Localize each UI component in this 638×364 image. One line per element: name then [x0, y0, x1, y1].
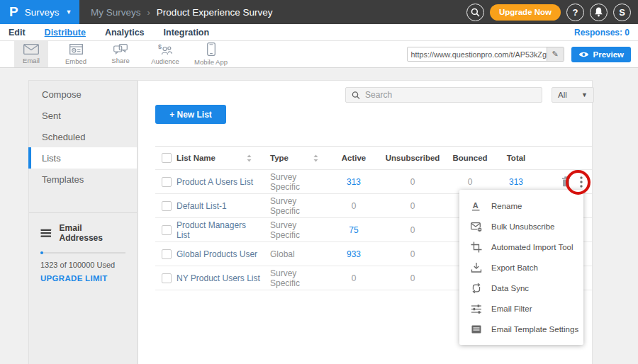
sidebar-item-sent[interactable]: Sent [29, 105, 137, 126]
topbar-actions: Upgrade Now ? S [466, 4, 638, 21]
row-checkbox[interactable] [162, 201, 172, 211]
responses-count[interactable]: Responses: 0 [574, 28, 629, 38]
breadcrumb-my-surveys[interactable]: My Surveys [91, 7, 141, 18]
breadcrumb-current-survey: Product Experience Survey [157, 7, 273, 18]
active-count: 0 [327, 201, 381, 211]
edit-url-button[interactable]: ✎ [547, 47, 564, 61]
upgrade-now-button[interactable]: Upgrade Now [490, 4, 561, 21]
channel-share[interactable]: Share [103, 41, 138, 67]
usage-progress-fill [40, 251, 43, 254]
email-icon [23, 44, 39, 55]
row-more-actions-button[interactable] [580, 176, 583, 188]
email-addresses-title: Email Addresses [60, 223, 125, 243]
survey-section-nav: Edit Distribute Analytics Integration Re… [0, 24, 638, 41]
svg-text:A: A [473, 201, 478, 210]
list-name-link[interactable]: Default List-1 [177, 201, 260, 211]
tab-integration[interactable]: Integration [164, 28, 210, 38]
sidebar-item-templates[interactable]: Templates [29, 169, 137, 190]
sidebar-item-lists[interactable]: Lists [29, 147, 137, 169]
channel-label: Audience [151, 57, 179, 65]
audience-icon: $ [158, 43, 172, 55]
unsubscribed-count: 0 [381, 177, 444, 187]
list-name-link[interactable]: Product A Users List [177, 177, 260, 187]
list-name-link[interactable]: NY Product Users List [177, 273, 260, 283]
menu-item-email-template-settings[interactable]: Email Template Settings [459, 319, 583, 339]
active-count[interactable]: 75 [327, 225, 381, 235]
row-checkbox[interactable] [162, 249, 172, 259]
table-header-row: List Name Type Active Unsubscribed Bounc… [155, 146, 592, 170]
menu-item-export-batch[interactable]: Export Batch [459, 257, 583, 278]
upgrade-limit-link[interactable]: UPGRADE LIMIT [40, 274, 125, 283]
bounced-count: 0 [444, 177, 496, 187]
list-type: Survey Specific [260, 196, 327, 216]
channel-email[interactable]: Email [14, 41, 48, 67]
channel-audience[interactable]: $ Audience [148, 41, 182, 67]
help-button[interactable]: ? [566, 4, 584, 21]
list-search-box[interactable] [345, 87, 542, 103]
search-icon [471, 8, 480, 17]
channel-label: Email [23, 57, 40, 64]
row-checkbox[interactable] [162, 225, 172, 235]
email-filter-icon [471, 303, 482, 314]
pencil-icon: ✎ [552, 50, 558, 59]
sidebar-item-scheduled[interactable]: Scheduled [29, 126, 137, 147]
user-avatar[interactable]: S [613, 4, 631, 21]
list-name-link[interactable]: Global Products User [177, 249, 260, 259]
list-filter-dropdown[interactable]: All ▼ [552, 87, 594, 103]
tab-analytics[interactable]: Analytics [105, 28, 145, 38]
row-checkbox[interactable] [162, 177, 172, 187]
channel-embed[interactable]: Embed [59, 41, 93, 67]
menu-item-bulk-unsubscribe[interactable]: Bulk Unsubscribe [459, 216, 583, 237]
select-all-checkbox[interactable] [162, 153, 172, 163]
distribute-toolbar: Email Embed Share $ Audience Mobile App … [0, 41, 638, 68]
breadcrumb-separator-icon: › [147, 7, 150, 18]
menu-item-label: Data Sync [491, 284, 529, 292]
global-search-button[interactable] [466, 4, 484, 21]
menu-item-email-filter[interactable]: Email Filter [459, 298, 583, 319]
surveys-app-menu[interactable]: P Surveys ▼ [0, 0, 79, 24]
unsubscribed-count: 0 [381, 225, 444, 235]
column-total: Total [496, 154, 537, 162]
mobile-app-icon [207, 42, 216, 56]
channel-label: Share [111, 57, 129, 64]
questionpro-logo-icon: P [9, 4, 18, 20]
list-stack-icon [40, 229, 52, 238]
channel-label: Mobile App [194, 58, 228, 66]
menu-item-rename[interactable]: A Rename [459, 195, 583, 216]
menu-item-data-sync[interactable]: Data Sync [459, 278, 583, 298]
email-template-settings-icon [471, 324, 482, 335]
search-input[interactable] [365, 90, 536, 100]
bulk-unsubscribe-icon [471, 221, 482, 232]
new-list-button[interactable]: + New List [155, 105, 226, 124]
sort-icon[interactable] [247, 154, 252, 162]
list-type: Global [260, 249, 327, 259]
notifications-button[interactable] [590, 4, 608, 21]
menu-item-label: Email Filter [491, 305, 532, 313]
active-count[interactable]: 933 [327, 249, 381, 259]
survey-url-field[interactable]: https://www.questionpro.com/t/AP53kZgfo … [407, 47, 564, 62]
total-count[interactable]: 313 [496, 177, 537, 187]
sort-icon[interactable] [313, 154, 318, 162]
menu-item-label: Automated Import Tool [491, 243, 573, 251]
active-count[interactable]: 313 [327, 177, 381, 187]
tab-distribute[interactable]: Distribute [45, 28, 86, 38]
delete-list-button[interactable] [561, 176, 571, 187]
list-name-link[interactable]: Product Managers List [177, 220, 260, 240]
unsubscribed-count: 0 [381, 201, 444, 211]
tab-edit[interactable]: Edit [9, 28, 26, 38]
svg-text:$: $ [158, 43, 162, 50]
channel-mobile-app[interactable]: Mobile App [193, 41, 229, 67]
sidebar-item-compose[interactable]: Compose [29, 84, 137, 105]
column-bounced: Bounced [444, 154, 496, 162]
menu-item-label: Rename [491, 202, 522, 210]
row-checkbox[interactable] [162, 273, 172, 283]
search-icon [352, 91, 360, 100]
kebab-menu-icon [580, 176, 583, 188]
email-sidebar: Compose Sent Scheduled Lists Templates E… [28, 80, 138, 364]
survey-url-area: https://www.questionpro.com/t/AP53kZgfo … [407, 47, 631, 62]
menu-item-automated-import-tool[interactable]: Automated Import Tool [459, 237, 583, 257]
survey-url-text: https://www.questionpro.com/t/AP53kZgfo [408, 50, 547, 59]
column-unsubscribed: Unsubscribed [381, 154, 444, 162]
bell-icon [594, 7, 603, 17]
preview-button[interactable]: Preview [571, 47, 631, 62]
